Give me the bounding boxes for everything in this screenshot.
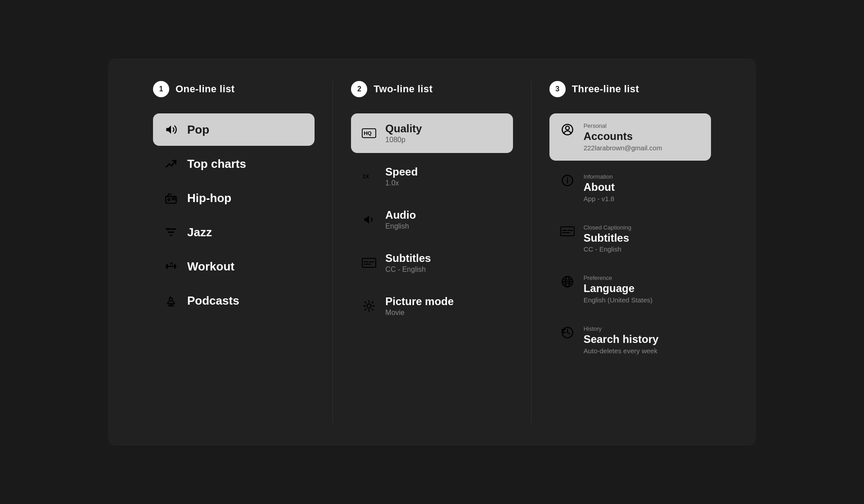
svg-text:HQ: HQ	[364, 130, 372, 136]
globe-icon	[560, 274, 575, 289]
cc-subtitles-text: Closed Captioning Subtitles CC - English	[584, 224, 631, 253]
search-history-overline: History	[584, 325, 659, 332]
svg-point-7	[167, 228, 169, 230]
megaphone-icon	[164, 122, 178, 137]
subtitles-text: Subtitles CC - English	[385, 252, 431, 274]
trending-up-icon	[164, 157, 178, 171]
podcasts-label: Podcasts	[187, 294, 239, 308]
svg-text:1X: 1X	[363, 174, 369, 179]
info-icon	[560, 173, 575, 188]
svg-rect-12	[174, 264, 175, 269]
column-two-line: 2 Two-line list HQ Quality 1080p 1X	[333, 81, 531, 423]
accounts-label: Accounts	[584, 130, 662, 143]
list-item-audio[interactable]: Audio English	[351, 200, 513, 239]
main-container: 1 One-line list Pop Top charts	[108, 58, 756, 446]
music-filter-icon	[164, 225, 178, 239]
search-history-label: Search history	[584, 333, 659, 346]
account-icon	[560, 122, 575, 137]
svg-rect-11	[167, 264, 168, 269]
hq-icon: HQ	[362, 126, 376, 140]
list-item-speed[interactable]: 1X Speed 1.0x	[351, 157, 513, 196]
svg-rect-18	[362, 258, 376, 267]
top-charts-label: Top charts	[187, 157, 246, 171]
list-item-hip-hop[interactable]: Hip-hop	[153, 182, 315, 214]
column-two-header: 2 Two-line list	[351, 81, 513, 97]
picture-mode-icon	[362, 299, 376, 313]
svg-point-35	[567, 177, 568, 179]
radio-icon	[164, 191, 178, 205]
list-item-about[interactable]: Information About App - v1.8	[549, 164, 711, 212]
svg-line-28	[372, 309, 373, 310]
podcast-icon	[164, 293, 178, 308]
list-item-cc-subtitles[interactable]: Closed Captioning Subtitles CC - English	[549, 215, 711, 262]
column-two-number: 2	[351, 81, 367, 97]
svg-line-29	[365, 309, 366, 310]
speed-icon: 1X	[362, 169, 376, 184]
column-three-header: 3 Three-line list	[549, 81, 711, 97]
svg-point-13	[170, 298, 173, 301]
history-icon	[560, 325, 575, 340]
list-item-picture-mode[interactable]: Picture mode Movie	[351, 286, 513, 326]
svg-line-27	[365, 302, 366, 303]
language-sublabel: English (United States)	[584, 296, 652, 304]
pop-label: Pop	[187, 123, 209, 137]
cc-subtitles-label: Subtitles	[584, 232, 631, 245]
column-three-line: 3 Three-line list Personal Accounts 222l…	[531, 81, 729, 423]
jazz-label: Jazz	[187, 225, 212, 239]
search-history-sublabel: Auto-deletes every week	[584, 347, 659, 355]
audio-label: Audio	[385, 209, 416, 221]
column-three-title: Three-line list	[572, 83, 639, 95]
column-two-title: Two-line list	[374, 83, 432, 95]
picture-mode-text: Picture mode Movie	[385, 295, 454, 317]
hip-hop-label: Hip-hop	[187, 191, 231, 205]
quality-sublabel: 1080p	[385, 136, 422, 144]
list-item-jazz[interactable]: Jazz	[153, 216, 315, 248]
about-sublabel: App - v1.8	[584, 195, 615, 202]
svg-line-30	[372, 302, 373, 303]
accounts-overline: Personal	[584, 122, 662, 129]
cc-icon	[560, 224, 575, 238]
speed-sublabel: 1.0x	[385, 179, 418, 187]
list-item-accounts[interactable]: Personal Accounts 222larabrown@gmail.com	[549, 113, 711, 161]
list-item-podcasts[interactable]: Podcasts	[153, 284, 315, 317]
search-history-text: History Search history Auto-deletes ever…	[584, 325, 659, 355]
column-one-line: 1 One-line list Pop Top charts	[135, 81, 333, 423]
about-overline: Information	[584, 173, 615, 180]
picture-mode-sublabel: Movie	[385, 309, 454, 317]
language-text: Preference Language English (United Stat…	[584, 274, 652, 304]
list-item-subtitles[interactable]: Subtitles CC - English	[351, 243, 513, 283]
language-overline: Preference	[584, 274, 652, 281]
list-item-workout[interactable]: Workout	[153, 250, 315, 283]
audio-text: Audio English	[385, 209, 416, 230]
svg-marker-17	[364, 216, 369, 224]
subtitles-label: Subtitles	[385, 252, 431, 265]
list-item-pop[interactable]: Pop	[153, 113, 315, 146]
language-label: Language	[584, 282, 652, 295]
subtitles-sublabel: CC - English	[385, 266, 431, 274]
list-item-language[interactable]: Preference Language English (United Stat…	[549, 266, 711, 313]
svg-point-32	[566, 126, 569, 130]
subtitles-icon	[362, 256, 376, 270]
cc-subtitles-overline: Closed Captioning	[584, 224, 631, 231]
workout-label: Workout	[187, 260, 234, 274]
quality-label: Quality	[385, 122, 422, 135]
list-item-quality[interactable]: HQ Quality 1080p	[351, 113, 513, 153]
about-text: Information About App - v1.8	[584, 173, 615, 202]
svg-point-1	[168, 198, 170, 201]
column-three-number: 3	[549, 81, 566, 97]
svg-point-22	[367, 304, 371, 308]
column-one-header: 1 One-line list	[153, 81, 315, 97]
quality-text: Quality 1080p	[385, 122, 422, 144]
column-one-number: 1	[153, 81, 169, 97]
dumbbell-icon	[164, 259, 178, 274]
speed-label: Speed	[385, 166, 418, 178]
list-item-top-charts[interactable]: Top charts	[153, 148, 315, 180]
accounts-text: Personal Accounts 222larabrown@gmail.com	[584, 122, 662, 152]
list-item-search-history[interactable]: History Search history Auto-deletes ever…	[549, 316, 711, 364]
audio-icon	[362, 212, 376, 227]
cc-subtitles-sublabel: CC - English	[584, 245, 631, 253]
svg-rect-36	[561, 227, 574, 236]
accounts-sublabel: 222larabrown@gmail.com	[584, 144, 662, 152]
picture-mode-label: Picture mode	[385, 295, 454, 308]
about-label: About	[584, 181, 615, 194]
